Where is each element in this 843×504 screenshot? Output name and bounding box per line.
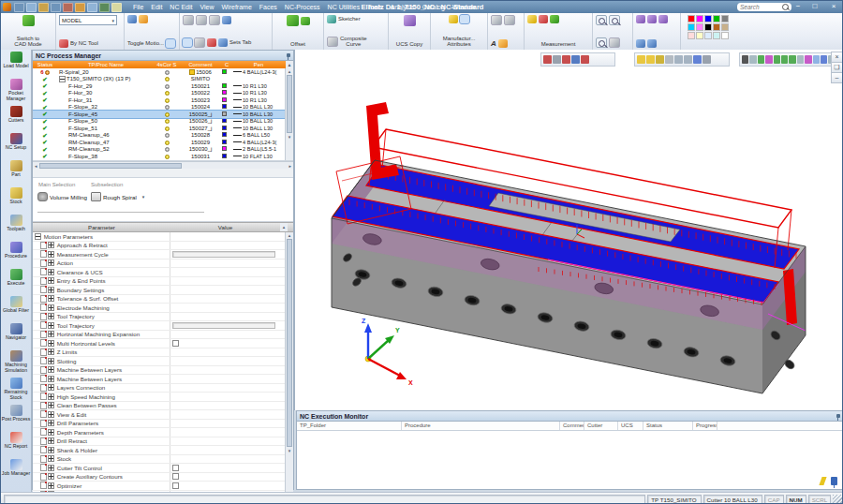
expand-icon[interactable]	[48, 331, 54, 337]
process-table-vscrollbar[interactable]: ▴▾	[285, 68, 293, 160]
sidebar-item-machining-simulation[interactable]: Machining Simulation	[1, 350, 32, 378]
viewport-tool-icon-7[interactable]	[789, 55, 795, 64]
list-view-icon[interactable]	[209, 15, 220, 25]
expand-icon[interactable]	[48, 313, 54, 319]
visibility-bulb-icon[interactable]	[165, 119, 170, 124]
export-icon[interactable]	[51, 3, 61, 12]
visibility-bulb-icon[interactable]	[165, 133, 170, 138]
model-combobox[interactable]: MODEL▾	[59, 15, 117, 25]
palette-color-9[interactable]	[713, 23, 720, 31]
param-row-layers-connection-17[interactable]: Layers Connection	[33, 384, 293, 393]
monitor-column-cutter[interactable]: Cutter	[584, 422, 618, 430]
param-row-measurement-cycle-2[interactable]: Measurement Cycle	[33, 250, 293, 259]
by-nc-tool-toggle[interactable]: By NC Tool	[59, 39, 121, 48]
expand-icon[interactable]	[48, 277, 54, 284]
process-row-rm-cleanup-52[interactable]: ✔RM-Cleanup_52150030_j2 BALL(L5.5-1	[33, 146, 293, 154]
param-row-drill-parameters-21[interactable]: Drill Parameters	[33, 420, 293, 429]
expand-icon[interactable]	[48, 411, 54, 418]
close-button[interactable]: ×	[827, 2, 840, 12]
expand-icon[interactable]	[48, 393, 54, 400]
lightning-icon[interactable]	[819, 477, 826, 485]
value-checkbox[interactable]	[172, 340, 179, 347]
param-row-high-speed-machining-18[interactable]: High Speed Machining	[33, 393, 293, 402]
palette-color-7[interactable]	[696, 23, 703, 31]
expand-icon[interactable]	[48, 420, 54, 426]
viewport-tool-icon-1[interactable]	[543, 55, 552, 64]
top-view-icon[interactable]	[647, 15, 657, 23]
process-row-f-slope-38[interactable]: ✔F-Slope_3815003110 FLAT L30	[33, 153, 293, 160]
dimension-icon[interactable]	[491, 15, 502, 25]
sidebar-item-nc-report[interactable]: NC Report	[1, 432, 32, 459]
viewport-tool-icon-5[interactable]	[774, 55, 780, 64]
value-checkbox[interactable]	[172, 482, 179, 489]
iso-view-icon[interactable]	[636, 15, 645, 23]
param-row-machine-between-layers-15[interactable]: Machine Between Layers	[33, 366, 293, 376]
side-view-icon[interactable]	[658, 15, 668, 23]
window-frame-icon[interactable]	[183, 15, 194, 25]
sidebar-item-execute[interactable]: Execute	[1, 269, 32, 296]
expand-icon[interactable]	[48, 437, 54, 444]
parameter-table-vscrollbar[interactable]: ▴▾	[285, 232, 293, 496]
process-row-f-hor-30[interactable]: ✔F-Hor_3015002210 R1 L30	[33, 90, 293, 97]
process-row-rm-cleanup-46[interactable]: ✔RM-Cleanup_461500286 BALL L50	[33, 132, 293, 140]
switch-to-cad-button[interactable]: Switch toCAD Mode	[1, 13, 56, 50]
dock-pin-icon[interactable]	[831, 477, 837, 485]
manufacturing-attributes-button[interactable]: Manufactur...Attributes	[431, 13, 488, 50]
param-row-depth-parameters-22[interactable]: Depth Parameters	[33, 428, 293, 437]
param-row-approach-retract-1[interactable]: Approach & Retract	[33, 242, 293, 251]
visibility-bulb-icon[interactable]	[165, 98, 170, 103]
offset-icon[interactable]	[287, 15, 299, 26]
viewport-tool-icon-11[interactable]	[821, 55, 827, 64]
grid-icon[interactable]	[504, 15, 515, 25]
param-row-electrode-machining-8[interactable]: Electrode Machining	[33, 304, 293, 313]
palette-color-2[interactable]	[696, 15, 703, 22]
process-row-r-spiral-20[interactable]: 6R-Spiral_20150064 BALL(L24-3(	[33, 68, 293, 76]
process-row-f-slope-51[interactable]: ✔F-Slope_51150027_j10 BALL L30	[33, 125, 293, 132]
text-tool-button[interactable]: A	[491, 39, 496, 48]
table-icon[interactable]	[99, 3, 110, 12]
ucs-copy-button[interactable]: UCS Copy	[389, 13, 431, 50]
collapse-icon[interactable]	[59, 76, 66, 82]
sidebar-item-part[interactable]: Part	[1, 160, 32, 187]
main-selection-combobox[interactable]: Volume Milling▾	[37, 192, 95, 201]
viewport-tool-icon-1[interactable]	[742, 55, 748, 64]
expand-icon[interactable]	[48, 384, 54, 391]
param-row-multi-horizontal-levels-12[interactable]: Multi Horizontal Levels	[33, 339, 293, 348]
visibility-bulb-icon[interactable]	[165, 84, 170, 89]
viewport-tool-icon-6[interactable]	[684, 55, 692, 64]
sidebar-item-post-process[interactable]: Post Process	[1, 405, 32, 432]
sketcher-button[interactable]: Sketcher	[338, 16, 361, 22]
print-icon[interactable]	[38, 3, 49, 12]
expand-icon[interactable]	[48, 269, 54, 275]
viewport-tool-icon-2[interactable]	[646, 55, 655, 64]
monitor-column-tp-folder[interactable]: TP_Folder	[297, 422, 402, 430]
palette-color-1[interactable]	[688, 15, 695, 22]
zoom-out-icon[interactable]	[609, 15, 620, 25]
expand-icon[interactable]	[48, 376, 54, 382]
expand-icon[interactable]	[48, 242, 54, 248]
expand-icon[interactable]	[48, 402, 54, 408]
help-icon[interactable]	[111, 3, 122, 12]
visibility-bulb-icon[interactable]	[165, 112, 170, 117]
pin-icon[interactable]	[836, 414, 840, 418]
tool-display-icon[interactable]	[139, 15, 148, 23]
expand-icon[interactable]	[48, 259, 54, 266]
expand-icon[interactable]	[48, 322, 54, 329]
menu-item-edit[interactable]: Edit	[147, 1, 166, 13]
value-field[interactable]	[172, 322, 275, 329]
visibility-bulb-icon[interactable]	[165, 77, 170, 82]
open-icon[interactable]	[14, 3, 24, 12]
menu-item-nc-process[interactable]: NC-Process	[281, 1, 324, 13]
palette-color-12[interactable]	[696, 32, 703, 39]
viewport-tool-icon-5[interactable]	[581, 55, 589, 64]
sidebar-item-cutters[interactable]: Cutters	[1, 106, 32, 133]
menu-item-window[interactable]: Window	[449, 1, 480, 13]
param-row-boundary-settings-6[interactable]: Boundary Settings	[33, 286, 293, 295]
sidebar-item-stock[interactable]: Stock	[1, 187, 32, 215]
layers-color-icon[interactable]	[539, 15, 548, 23]
value-checkbox[interactable]	[172, 465, 179, 471]
viewport-tool-icon-9[interactable]	[805, 55, 811, 64]
process-row-f-hor-31[interactable]: ✔F-Hor_3115002310 R1 L30	[33, 96, 293, 104]
expand-icon[interactable]	[48, 455, 54, 462]
process-row-rm-cleanup-47[interactable]: ✔RM-Cleanup_471500294 BALL(L24-3(	[33, 139, 293, 146]
